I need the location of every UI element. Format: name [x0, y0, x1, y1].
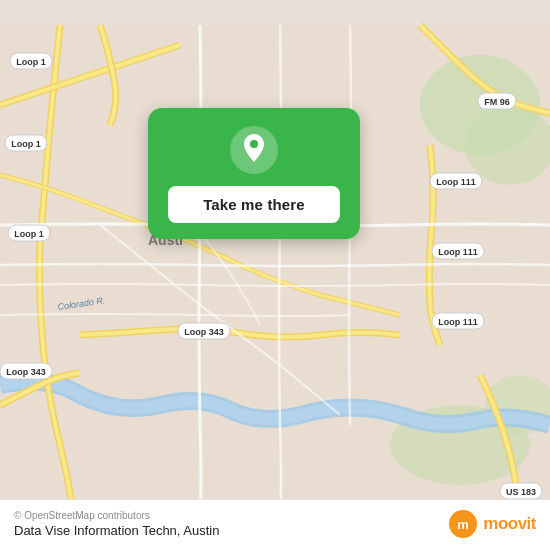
svg-text:US 183: US 183	[506, 487, 536, 497]
action-card: Take me there	[148, 108, 360, 239]
location-pin-icon	[230, 126, 278, 174]
map-container: Loop 1 Loop 1 Loop 1 FM 96 Loop 111 Loop…	[0, 0, 550, 550]
moovit-logo: m moovit	[447, 508, 536, 540]
moovit-icon: m	[447, 508, 479, 540]
svg-text:Loop 111: Loop 111	[436, 177, 476, 187]
moovit-brand-text: moovit	[483, 514, 536, 534]
svg-text:Loop 1: Loop 1	[16, 57, 46, 67]
svg-text:Loop 111: Loop 111	[438, 317, 478, 327]
bottom-bar: © OpenStreetMap contributors Data Vise I…	[0, 499, 550, 550]
osm-attribution: © OpenStreetMap contributors	[14, 510, 219, 521]
bottom-left-info: © OpenStreetMap contributors Data Vise I…	[14, 510, 219, 538]
svg-text:Loop 343: Loop 343	[184, 327, 224, 337]
location-label: Data Vise Information Techn, Austin	[14, 523, 219, 538]
svg-text:m: m	[457, 517, 469, 532]
svg-text:Loop 1: Loop 1	[11, 139, 41, 149]
svg-text:FM 96: FM 96	[484, 97, 510, 107]
map-background: Loop 1 Loop 1 Loop 1 FM 96 Loop 111 Loop…	[0, 0, 550, 550]
svg-text:Loop 1: Loop 1	[14, 229, 44, 239]
svg-point-27	[250, 140, 258, 148]
svg-text:Loop 111: Loop 111	[438, 247, 478, 257]
svg-text:Loop 343: Loop 343	[6, 367, 46, 377]
take-me-there-button[interactable]: Take me there	[168, 186, 340, 223]
